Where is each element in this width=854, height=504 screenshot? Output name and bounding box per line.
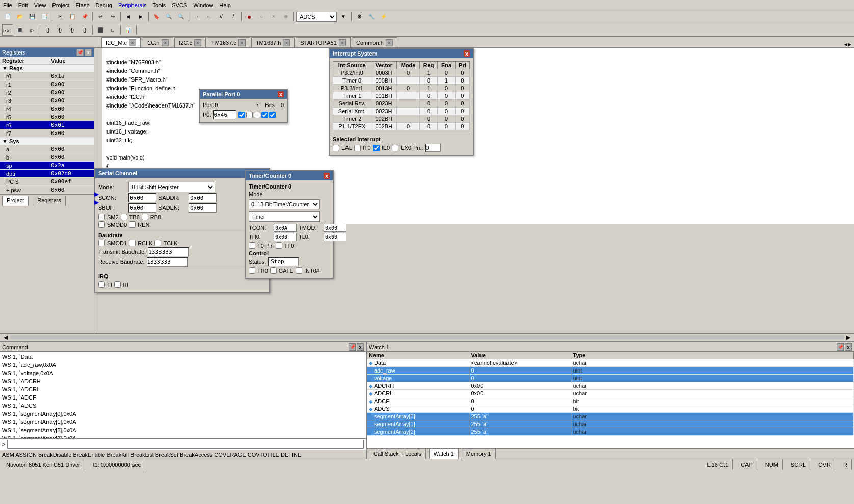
tc-tcon-input[interactable] (274, 224, 297, 232)
registers-tab-bottom[interactable]: Registers (33, 196, 65, 206)
sc-smod1-check[interactable] (98, 240, 105, 246)
step-out-btn[interactable]: {} (67, 24, 78, 36)
build-icon[interactable]: ● (244, 11, 255, 22)
tc-t0pin-check[interactable] (249, 242, 255, 249)
redo-btn[interactable]: ↪ (107, 11, 118, 22)
registers-panel-close[interactable]: x (85, 49, 92, 56)
tab-i2c-c[interactable]: I2C.c x (174, 37, 206, 47)
menu-tools[interactable]: Tools (150, 1, 169, 9)
is-eal-check[interactable] (333, 145, 339, 151)
sc-saden-input[interactable] (189, 203, 217, 213)
pp-bit4[interactable] (261, 112, 268, 118)
is-it0-check[interactable] (354, 145, 361, 151)
bookmark-btn[interactable]: 🔖 (151, 11, 162, 22)
interrupt-system-close[interactable]: x (464, 50, 470, 57)
scroll-right-btn[interactable]: ▶ (845, 334, 852, 341)
bp-clear-btn[interactable]: □ (107, 24, 118, 36)
tc-int0-check[interactable] (296, 267, 302, 274)
cut-btn[interactable]: ✂ (55, 11, 66, 22)
dropdown-btn[interactable]: ▼ (338, 11, 349, 22)
sc-ti-check[interactable] (98, 281, 105, 288)
parallel-port-close[interactable]: x (278, 91, 284, 97)
tab-tm1637-h[interactable]: TM1637.h x (251, 37, 295, 47)
tab-tm1637-c[interactable]: TM1637.c x (207, 37, 250, 47)
tab-i2c-h[interactable]: I2C.h x (142, 37, 173, 47)
watch-panel-pin[interactable]: 📌 (837, 343, 844, 351)
tc-th0-input[interactable] (274, 233, 297, 241)
stop-btn[interactable]: × (268, 11, 279, 22)
is-ie0-check[interactable] (373, 145, 380, 151)
tc-gate-check[interactable] (270, 267, 277, 274)
undo-btn[interactable]: ↩ (95, 11, 106, 22)
paste-btn[interactable]: 📌 (79, 11, 90, 22)
memory1-tab[interactable]: Memory 1 (462, 449, 496, 459)
menu-view[interactable]: View (31, 1, 49, 9)
tab-common-h-close[interactable]: x (386, 39, 393, 46)
watch-panel-close[interactable]: x (845, 343, 852, 351)
registers-panel-pin[interactable]: 📌 (76, 49, 84, 56)
reset-btn[interactable]: RST (2, 24, 13, 36)
is-ex0-check[interactable] (392, 145, 398, 151)
pp-bit5[interactable] (254, 112, 260, 118)
find-btn[interactable]: 🔍 (163, 11, 174, 22)
save-all-btn[interactable]: 📑 (39, 11, 50, 22)
pp-bit3[interactable] (269, 112, 276, 118)
target2-btn[interactable]: 🔧 (366, 11, 377, 22)
scrollbar-track[interactable] (10, 335, 844, 339)
tc-status-input[interactable] (268, 257, 299, 266)
tc-mode-select[interactable]: 0: 13 Bit Timer/Counter (249, 199, 320, 209)
watch1-tab[interactable]: Watch 1 (429, 449, 459, 459)
sc-rclk-check[interactable] (129, 240, 136, 246)
tab-i2c-c-close[interactable]: x (194, 39, 201, 46)
tc-tl0-input[interactable] (324, 233, 346, 241)
command-panel-pin[interactable]: 📌 (349, 343, 356, 351)
uncomment-btn[interactable]: / (228, 11, 239, 22)
serial-channel-title-bar[interactable]: Serial Channel x (95, 169, 269, 178)
step-btn[interactable]: ▷ (26, 24, 38, 36)
command-panel-close[interactable]: x (357, 343, 364, 351)
nav-arrow-down[interactable]: ▶ (94, 199, 99, 206)
breakpoint-btn[interactable]: ⬛ (95, 24, 106, 36)
tc-tf0-check[interactable] (276, 242, 282, 249)
tab-i2c-h-close[interactable]: x (162, 39, 169, 46)
run-btn[interactable]: ○ (256, 11, 267, 22)
scroll-left-btn[interactable]: ◀ (2, 334, 9, 341)
psw-expand[interactable]: + (6, 187, 9, 193)
sc-mode-select[interactable]: 8-Bit Shift Register (128, 182, 215, 192)
sc-transmit-input[interactable] (148, 247, 189, 256)
pp-bit7[interactable] (238, 112, 245, 118)
sc-tb8-check[interactable] (121, 214, 127, 220)
tab-i2c-mc[interactable]: I2C_M.c x (101, 37, 141, 47)
command-input[interactable] (7, 440, 364, 449)
flash-btn[interactable]: ⚡ (378, 11, 389, 22)
timer-counter-title-bar[interactable]: Timer/Counter 0 x (246, 171, 333, 180)
new-btn[interactable]: 📄 (2, 11, 13, 22)
copy-btn[interactable]: 📋 (67, 11, 78, 22)
sc-scon-input[interactable] (128, 193, 156, 202)
save-btn[interactable]: 💾 (26, 11, 38, 22)
tabs-scroll-left[interactable]: ◀ (844, 42, 848, 47)
target-btn[interactable]: ⊕ (280, 11, 291, 22)
menu-edit[interactable]: Edit (15, 1, 31, 9)
adcs-select[interactable]: ADCS (296, 12, 337, 22)
tab-startup-close[interactable]: x (339, 39, 346, 46)
sys-group-expand[interactable]: ▼ (2, 138, 8, 144)
nav-back-btn[interactable]: ◀ (123, 11, 134, 22)
menu-file[interactable]: File (0, 1, 15, 9)
tab-startup[interactable]: STARTUP.A51 x (296, 37, 351, 47)
regs-group-expand[interactable]: ▼ (2, 65, 8, 71)
menu-flash[interactable]: Flash (73, 1, 93, 9)
nav-arrow-up[interactable]: ▶ (94, 191, 99, 198)
sc-smod0-check[interactable] (98, 221, 105, 228)
tab-tm1637-h-close[interactable]: x (283, 39, 290, 46)
sc-sbuf-input[interactable] (128, 203, 156, 213)
tab-tm1637-c-close[interactable]: x (238, 39, 246, 46)
project-tab-bottom[interactable]: Project (2, 196, 29, 206)
menu-peripherals[interactable]: Peripherals (115, 1, 150, 9)
pp-p0-input[interactable] (214, 110, 236, 119)
nav-fwd-btn[interactable]: ▶ (135, 11, 146, 22)
parallel-port-title-bar[interactable]: Parallel Port 0 x (200, 90, 287, 99)
run-to-btn[interactable]: {} (79, 24, 90, 36)
outdent-btn[interactable]: ← (203, 11, 215, 22)
menu-help[interactable]: Help (216, 1, 234, 9)
